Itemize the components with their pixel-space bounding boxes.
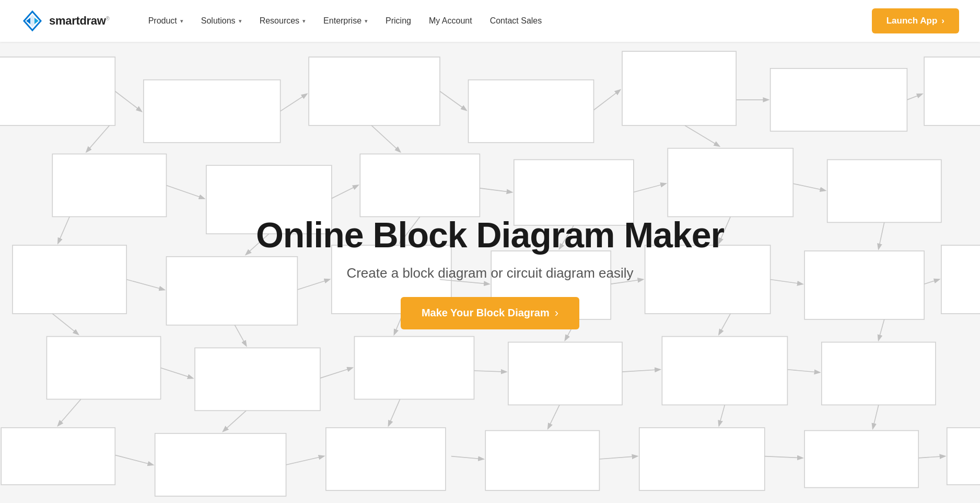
svg-line-59 [52,314,78,334]
svg-line-21 [166,185,204,198]
svg-line-76 [765,456,802,458]
svg-line-26 [87,125,110,152]
svg-rect-65 [1,428,115,485]
svg-rect-17 [360,154,480,216]
svg-line-42 [58,216,69,243]
svg-line-80 [389,399,400,425]
svg-rect-50 [354,337,474,399]
svg-line-56 [474,371,506,372]
svg-line-74 [451,456,483,459]
solutions-chevron-icon: ▾ [239,18,242,25]
svg-line-75 [599,456,637,459]
svg-rect-66 [155,433,286,496]
svg-line-9 [115,92,141,111]
svg-rect-5 [469,80,594,143]
nav-item-enterprise[interactable]: Enterprise ▾ [316,12,375,30]
svg-rect-6 [622,51,736,125]
svg-line-14 [907,94,921,100]
svg-line-57 [622,370,660,372]
svg-line-78 [58,399,81,425]
svg-line-27 [371,125,400,152]
svg-rect-15 [52,154,166,216]
svg-rect-34 [804,251,924,319]
nav-item-my-account[interactable]: My Account [422,12,480,30]
svg-rect-8 [924,57,980,125]
svg-line-83 [873,405,879,428]
svg-line-72 [115,455,153,465]
hero-section: .block { fill: #fff; stroke: #d0d0d0; st… [0,0,980,503]
svg-line-60 [235,325,246,346]
svg-line-22 [332,185,358,198]
nav-links: Product ▾ Solutions ▾ Resources ▾ Enterp… [141,12,872,30]
svg-line-58 [787,370,819,372]
resources-chevron-icon: ▾ [302,18,306,25]
svg-line-36 [126,279,164,290]
svg-line-81 [548,405,559,428]
svg-line-10 [281,94,307,111]
svg-rect-2 [0,57,115,125]
nav-item-solutions[interactable]: Solutions ▾ [194,12,249,30]
svg-line-25 [793,184,825,190]
svg-rect-7 [771,68,907,131]
svg-rect-67 [326,428,446,490]
smartdraw-logo-icon [21,9,44,32]
svg-line-47 [879,222,884,248]
svg-line-40 [771,279,802,284]
svg-line-64 [879,319,884,340]
navbar: smartdraw® Product ▾ Solutions ▾ Resourc… [0,0,980,42]
svg-line-82 [719,405,725,425]
svg-rect-68 [485,430,599,490]
svg-rect-70 [804,430,918,487]
svg-rect-29 [13,245,126,314]
svg-rect-51 [508,342,622,405]
svg-rect-53 [822,342,936,405]
hero-content: Online Block Diagram Maker Create a bloc… [256,215,724,329]
svg-rect-35 [941,245,980,314]
svg-rect-19 [668,148,793,217]
hero-subtitle: Create a block diagram or circuit diagra… [346,265,633,281]
svg-rect-71 [947,428,980,485]
enterprise-chevron-icon: ▾ [365,18,368,25]
logo[interactable]: smartdraw® [21,9,110,32]
svg-line-79 [224,410,247,431]
svg-line-23 [480,188,511,192]
nav-item-pricing[interactable]: Pricing [378,12,418,30]
nav-item-contact-sales[interactable]: Contact Sales [483,12,550,30]
svg-rect-20 [827,159,941,222]
svg-line-73 [286,456,324,465]
nav-item-product[interactable]: Product ▾ [141,12,191,30]
svg-line-41 [924,279,939,284]
svg-rect-3 [144,80,281,143]
svg-rect-49 [195,348,320,410]
launch-app-button[interactable]: Launch App › [872,8,959,33]
svg-rect-48 [46,337,160,399]
logo-text: smartdraw® [49,14,110,28]
hero-title: Online Block Diagram Maker [256,215,724,255]
svg-line-55 [320,368,352,379]
svg-line-12 [594,90,620,110]
svg-rect-4 [309,57,440,125]
svg-line-24 [634,184,666,192]
make-block-diagram-button[interactable]: Make Your Block Diagram › [401,297,579,329]
svg-line-11 [440,92,466,110]
svg-line-77 [918,456,944,458]
product-chevron-icon: ▾ [180,18,183,25]
nav-item-resources[interactable]: Resources ▾ [252,12,313,30]
svg-rect-52 [662,337,787,405]
svg-line-28 [685,125,719,146]
svg-rect-69 [639,428,765,490]
svg-line-54 [161,368,193,379]
